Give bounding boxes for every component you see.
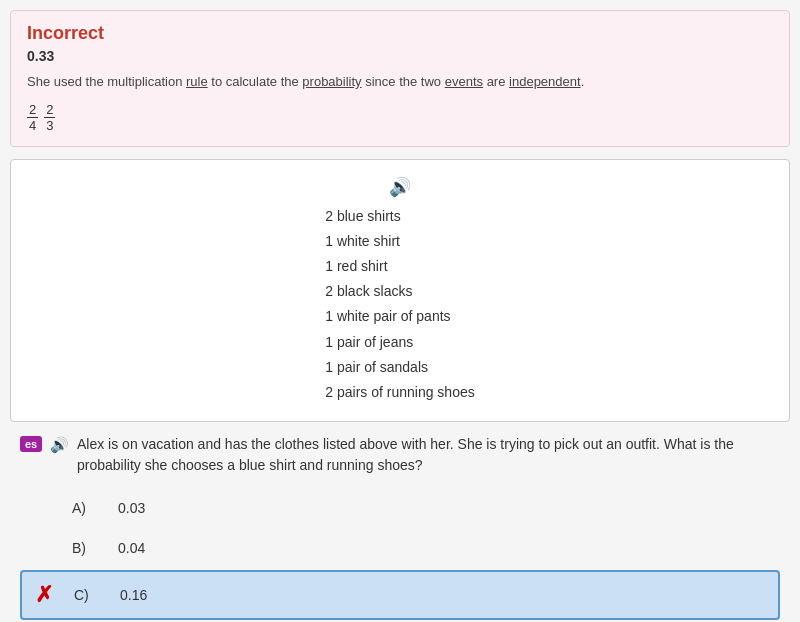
option-label: C) [74,587,104,603]
clothes-item: 1 pair of sandals [325,355,474,380]
option-label: A) [72,500,102,516]
answer-row[interactable]: ✗C)0.16 [20,570,780,620]
answer-row[interactable]: A)0.03 [20,490,780,526]
answers-section: A)0.03B)0.04✗C)0.16✓D)0.33 [10,490,790,622]
question-icon: es [20,436,42,452]
clothes-box: 🔊 2 blue shirts1 white shirt1 red shirt2… [10,159,790,423]
clothes-item: 1 white shirt [325,229,474,254]
clothes-item: 1 pair of jeans [325,330,474,355]
feedback-score: 0.33 [27,48,773,64]
clothes-item: 2 blue shirts [325,204,474,229]
fraction-1: 2 4 [27,102,38,134]
question-area: es 🔊 Alex is on vacation and has the clo… [10,434,790,476]
clothes-item: 1 white pair of pants [325,304,474,329]
question-text: Alex is on vacation and has the clothes … [77,434,780,476]
answer-row[interactable]: B)0.04 [20,530,780,566]
clothes-item: 2 pairs of running shoes [325,380,474,405]
x-mark-icon: ✗ [35,582,53,608]
clothes-item: 2 black slacks [325,279,474,304]
question-audio-icon[interactable]: 🔊 [50,436,69,454]
question-row: es 🔊 Alex is on vacation and has the clo… [20,434,780,476]
option-value: 0.04 [118,540,145,556]
fraction-2: 2 3 [44,102,55,134]
page-wrapper: Incorrect 0.33 She used the multiplicati… [0,0,800,622]
feedback-box: Incorrect 0.33 She used the multiplicati… [10,10,790,147]
clothes-item: 1 red shirt [325,254,474,279]
option-value: 0.16 [120,587,147,603]
fraction-row: 2 4 2 3 [27,102,773,134]
audio-icon[interactable]: 🔊 [27,176,773,198]
feedback-explanation: She used the multiplication rule to calc… [27,72,773,92]
answer-marker: ✗ [30,582,58,608]
feedback-title: Incorrect [27,23,773,44]
clothes-list: 2 blue shirts1 white shirt1 red shirt2 b… [325,204,474,406]
option-label: B) [72,540,102,556]
option-value: 0.03 [118,500,145,516]
